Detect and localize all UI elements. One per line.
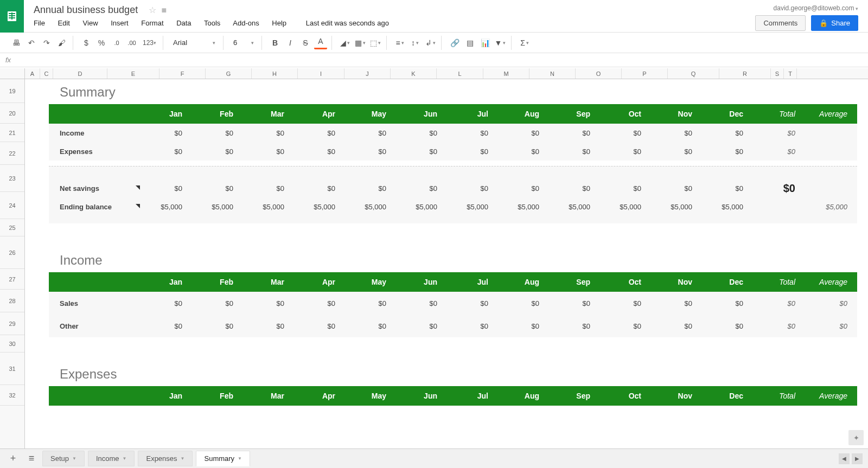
row-header-27[interactable]: 27 [0, 269, 24, 290]
cell[interactable]: $5,000 [141, 203, 192, 211]
print-icon[interactable]: 🖶 [10, 36, 23, 49]
scroll-left-button[interactable]: ◀ [839, 453, 850, 464]
table-row[interactable]: Expenses$0$0$0$0$0$0$0$0$0$0$0$0$0 [49, 142, 857, 161]
cell[interactable]: $0 [345, 148, 396, 156]
increase-decimal-button[interactable]: .00 [125, 36, 138, 49]
font-family-select[interactable]: Arial▾ [170, 37, 219, 48]
cell[interactable]: $0 [192, 184, 243, 193]
formula-input[interactable] [27, 56, 863, 64]
cell[interactable]: $5,000 [651, 203, 702, 211]
cell[interactable]: $0 [651, 129, 702, 137]
cell[interactable]: $5,000 [447, 203, 498, 211]
row-header-19[interactable]: 19 [0, 79, 24, 103]
cell[interactable]: $0 [396, 322, 447, 330]
menu-addons[interactable]: Add-ons [233, 19, 259, 27]
row-header-22[interactable]: 22 [0, 142, 24, 165]
row-header-28[interactable]: 28 [0, 290, 24, 312]
folder-icon[interactable]: ■ [161, 5, 167, 15]
cell[interactable]: $0 [396, 184, 447, 193]
total-cell[interactable]: $0 [753, 299, 805, 307]
cell[interactable]: $0 [600, 299, 651, 307]
merge-cells-button[interactable]: ⬚▾ [369, 36, 382, 49]
cell[interactable]: $0 [600, 322, 651, 330]
cell[interactable]: $0 [396, 129, 447, 137]
cell[interactable]: $0 [345, 299, 396, 307]
cell[interactable]: $0 [396, 148, 447, 156]
cell[interactable]: $5,000 [396, 203, 447, 211]
column-header-D[interactable]: D [53, 68, 107, 79]
cell[interactable]: $0 [447, 148, 498, 156]
sheet-tab-income[interactable]: Income▼ [88, 451, 135, 466]
menu-file[interactable]: File [34, 19, 45, 27]
filter-button[interactable]: ▼▾ [494, 36, 507, 49]
cell[interactable]: $0 [243, 129, 294, 137]
table-row[interactable]: Other$0$0$0$0$0$0$0$0$0$0$0$0$0$0 [49, 315, 857, 337]
column-header-M[interactable]: M [483, 68, 529, 79]
cell[interactable]: $0 [702, 184, 753, 193]
total-cell[interactable]: $0 [753, 148, 805, 156]
cell[interactable]: $0 [702, 299, 753, 307]
cell[interactable]: $0 [549, 148, 600, 156]
cell[interactable]: $0 [294, 148, 345, 156]
vertical-align-button[interactable]: ↕▾ [409, 36, 422, 49]
cell[interactable]: $0 [141, 148, 192, 156]
row-header-26[interactable]: 26 [0, 236, 24, 269]
cell[interactable]: $5,000 [345, 203, 396, 211]
menu-format[interactable]: Format [141, 19, 163, 27]
cell[interactable]: $0 [396, 299, 447, 307]
row-header-24[interactable]: 24 [0, 192, 24, 219]
column-header-C[interactable]: C [40, 68, 53, 79]
cell[interactable]: $5,000 [600, 203, 651, 211]
cell[interactable]: $0 [141, 184, 192, 193]
all-sheets-button[interactable]: ≡ [24, 451, 39, 466]
cell[interactable]: $0 [192, 129, 243, 137]
column-header-L[interactable]: L [437, 68, 483, 79]
cell[interactable]: $0 [702, 148, 753, 156]
paint-format-icon[interactable]: 🖌 [55, 36, 68, 49]
cell[interactable]: $0 [651, 184, 702, 193]
total-cell[interactable]: $0 [753, 322, 805, 330]
ending-balance-row[interactable]: Ending balance$5,000$5,000$5,000$5,000$5… [49, 197, 857, 216]
row-header-32[interactable]: 32 [0, 385, 24, 406]
row-header-25[interactable]: 25 [0, 219, 24, 236]
redo-icon[interactable]: ↷ [40, 36, 53, 49]
cell[interactable]: $0 [294, 129, 345, 137]
column-header-S[interactable]: S [771, 68, 784, 79]
cell[interactable]: $0 [702, 129, 753, 137]
cell[interactable]: $0 [294, 299, 345, 307]
cell[interactable]: $0 [447, 184, 498, 193]
functions-button[interactable]: Σ▾ [518, 36, 531, 49]
menu-data[interactable]: Data [176, 19, 191, 27]
cell[interactable]: $5,000 [549, 203, 600, 211]
row-header-21[interactable]: 21 [0, 124, 24, 142]
percent-button[interactable]: % [95, 36, 108, 49]
decrease-decimal-button[interactable]: .0 [110, 36, 123, 49]
bold-button[interactable]: B [269, 36, 282, 49]
spreadsheet-content[interactable]: Summary JanFebMarAprMayJunJulAugSepOctNo… [25, 79, 868, 406]
account-email[interactable]: david.george@ditoweb.com [774, 4, 858, 12]
column-header-P[interactable]: P [622, 68, 668, 79]
net-savings-row[interactable]: Net savings$0$0$0$0$0$0$0$0$0$0$0$0$0 [49, 179, 857, 197]
cell[interactable]: $0 [345, 322, 396, 330]
cell[interactable]: $0 [600, 148, 651, 156]
column-header-Q[interactable]: Q [668, 68, 719, 79]
undo-icon[interactable]: ↶ [25, 36, 38, 49]
borders-button[interactable]: ▦▾ [354, 36, 367, 49]
menu-insert[interactable]: Insert [111, 19, 129, 27]
cell[interactable]: $5,000 [192, 203, 243, 211]
average-cell[interactable]: $0 [805, 299, 857, 307]
insert-link-button[interactable]: 🔗 [448, 36, 461, 49]
table-row[interactable]: Sales$0$0$0$0$0$0$0$0$0$0$0$0$0$0 [49, 292, 857, 315]
column-header-E[interactable]: E [107, 68, 159, 79]
cell[interactable]: $0 [651, 148, 702, 156]
text-color-button[interactable]: A [314, 36, 327, 49]
cell[interactable]: $0 [141, 322, 192, 330]
number-format-button[interactable]: 123 ▾ [141, 36, 158, 49]
comments-button[interactable]: Comments [755, 15, 806, 31]
cell[interactable]: $0 [294, 184, 345, 193]
cell[interactable]: $0 [141, 299, 192, 307]
cell[interactable]: $0 [651, 299, 702, 307]
column-header-I[interactable]: I [298, 68, 344, 79]
cell[interactable]: $0 [498, 129, 549, 137]
document-title[interactable]: Annual business budget [34, 4, 138, 16]
